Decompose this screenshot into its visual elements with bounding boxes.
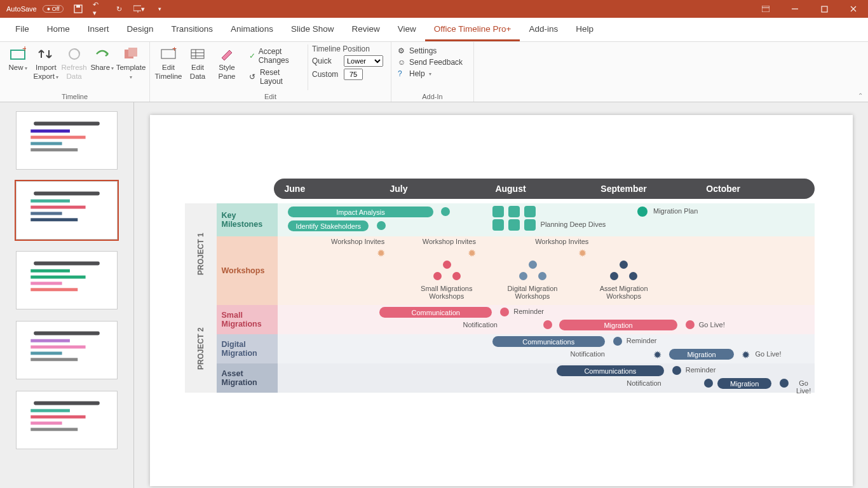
milestone-dot[interactable] bbox=[704, 379, 713, 388]
maximize-button[interactable] bbox=[810, 0, 839, 18]
milestone-square[interactable] bbox=[508, 219, 520, 231]
slide-thumbnail-2[interactable] bbox=[16, 181, 118, 240]
edit-data-button[interactable]: EditData bbox=[183, 44, 212, 83]
task-bar[interactable]: Migration bbox=[717, 378, 771, 389]
ribbon-group-label-edit: Edit bbox=[150, 93, 391, 100]
milestone-square[interactable] bbox=[524, 206, 536, 217]
task-bar[interactable]: Communications bbox=[492, 336, 605, 347]
task-bar[interactable]: Communication bbox=[379, 307, 492, 318]
close-button[interactable] bbox=[839, 0, 868, 18]
workshop-cluster[interactable] bbox=[519, 261, 547, 282]
tab-help[interactable]: Help bbox=[567, 18, 602, 41]
milestone-dot[interactable] bbox=[543, 320, 552, 329]
svg-rect-1 bbox=[76, 5, 80, 8]
tab-review[interactable]: Review bbox=[342, 18, 388, 41]
reset-layout-button[interactable]: ↺Reset Layout bbox=[247, 67, 304, 86]
svg-rect-26 bbox=[34, 191, 100, 195]
share-button[interactable]: Share bbox=[88, 44, 116, 74]
autosave-toggle[interactable]: ● Off bbox=[43, 5, 64, 13]
milestone-square[interactable] bbox=[508, 206, 520, 217]
caption: Reminder bbox=[627, 337, 657, 344]
slide-thumbnail-1[interactable] bbox=[16, 111, 118, 170]
milestone-dot[interactable] bbox=[441, 207, 450, 216]
svg-rect-38 bbox=[31, 346, 85, 349]
caption: Migration Plan bbox=[653, 207, 698, 215]
milestone-square[interactable] bbox=[492, 219, 504, 231]
tab-office-timeline-pro-[interactable]: Office Timeline Pro+ bbox=[425, 18, 520, 41]
month-label: September bbox=[600, 184, 646, 194]
edit-timeline-button[interactable]: +EditTimeline bbox=[154, 44, 183, 83]
task-bar[interactable]: Migration bbox=[559, 320, 677, 330]
svg-rect-29 bbox=[31, 212, 62, 215]
import-export-button[interactable]: ImportExport bbox=[32, 44, 60, 83]
svg-rect-22 bbox=[31, 130, 70, 133]
gear-icon[interactable]: ✹ bbox=[653, 349, 662, 358]
ribbon-display-icon[interactable] bbox=[751, 0, 780, 18]
tab-view[interactable]: View bbox=[389, 18, 425, 41]
milestone-dot[interactable] bbox=[686, 320, 695, 329]
task-bar[interactable]: Communications bbox=[557, 365, 664, 376]
collapse-ribbon-icon[interactable]: ⌃ bbox=[858, 92, 863, 99]
new-button[interactable]: +New bbox=[4, 44, 32, 74]
lane-label: DigitalMigration bbox=[217, 334, 278, 363]
slide-thumbnail-5[interactable] bbox=[16, 391, 118, 449]
help-button[interactable]: ?Help▾ bbox=[395, 69, 470, 79]
template-button[interactable]: Template bbox=[116, 44, 146, 83]
caption: Small Migrations Workshops bbox=[412, 285, 482, 300]
gear-icon: ⚙ bbox=[398, 46, 407, 55]
send-feedback-button[interactable]: ☺Send Feedback bbox=[395, 57, 470, 67]
milestone-dot[interactable] bbox=[780, 379, 789, 388]
tab-animations[interactable]: Animations bbox=[222, 18, 282, 41]
tab-file[interactable]: File bbox=[6, 18, 38, 41]
workshop-cluster[interactable] bbox=[610, 261, 638, 282]
qat-customize-icon[interactable]: ▾ bbox=[154, 3, 165, 15]
svg-rect-25 bbox=[31, 148, 78, 151]
slide-canvas[interactable]: JuneJulyAugustSeptemberOctoberPROJECT 1K… bbox=[150, 115, 853, 486]
svg-rect-42 bbox=[31, 409, 70, 412]
redo-icon[interactable]: ↻ bbox=[113, 3, 125, 15]
slide-thumbnails-pane[interactable] bbox=[0, 102, 133, 488]
svg-rect-7 bbox=[822, 6, 827, 12]
gear-icon[interactable]: ✹ bbox=[578, 247, 587, 256]
tab-insert[interactable]: Insert bbox=[79, 18, 118, 41]
slide-thumbnail-3[interactable] bbox=[16, 251, 118, 309]
undo-icon[interactable]: ↶ ▾ bbox=[93, 3, 104, 15]
caption: Notification bbox=[571, 350, 605, 358]
quick-select[interactable]: Lower bbox=[344, 55, 383, 67]
milestone-dot[interactable] bbox=[500, 308, 509, 316]
milestone-dot[interactable] bbox=[637, 207, 648, 217]
milestone-square[interactable] bbox=[524, 219, 536, 231]
slide-editor[interactable]: JuneJulyAugustSeptemberOctoberPROJECT 1K… bbox=[133, 102, 868, 488]
custom-input[interactable] bbox=[344, 69, 363, 80]
style-pane-button[interactable]: StylePane bbox=[212, 44, 241, 83]
present-icon[interactable]: ▾ bbox=[133, 3, 145, 15]
milestone-dot[interactable] bbox=[672, 366, 681, 375]
gear-icon[interactable]: ✹ bbox=[468, 247, 477, 256]
milestone-square[interactable] bbox=[492, 206, 504, 217]
tab-home[interactable]: Home bbox=[38, 18, 79, 41]
milestone-dot[interactable] bbox=[377, 221, 386, 230]
gear-icon[interactable]: ✹ bbox=[742, 349, 750, 358]
save-icon[interactable] bbox=[72, 3, 84, 15]
settings-button[interactable]: ⚙Settings bbox=[395, 46, 470, 56]
task-bar[interactable]: Migration bbox=[669, 349, 733, 360]
reset-icon: ↺ bbox=[249, 72, 257, 81]
task-bar[interactable]: Impact Analysis bbox=[288, 207, 433, 217]
tab-design[interactable]: Design bbox=[118, 18, 163, 41]
task-bar[interactable]: Identify Stakeholders bbox=[288, 220, 369, 231]
tab-add-ins[interactable]: Add-ins bbox=[520, 18, 567, 41]
tab-transitions[interactable]: Transitions bbox=[163, 18, 222, 41]
autosave-label: AutoSave bbox=[6, 5, 37, 13]
quick-label: Quick bbox=[312, 57, 340, 65]
accept-changes-button[interactable]: ✓Accept Changes bbox=[247, 46, 304, 65]
minimize-button[interactable] bbox=[780, 0, 810, 18]
milestone-dot[interactable] bbox=[613, 337, 622, 346]
workshop-cluster[interactable] bbox=[433, 261, 461, 282]
svg-text:+: + bbox=[172, 47, 177, 53]
lane-label: Workshops bbox=[217, 236, 278, 305]
caption: Digital Migration Workshops bbox=[498, 285, 567, 300]
slide-thumbnail-4[interactable] bbox=[16, 321, 118, 379]
tab-slide-show[interactable]: Slide Show bbox=[282, 18, 343, 41]
caption: Go Live! bbox=[699, 321, 725, 329]
gear-icon[interactable]: ✹ bbox=[377, 247, 386, 256]
